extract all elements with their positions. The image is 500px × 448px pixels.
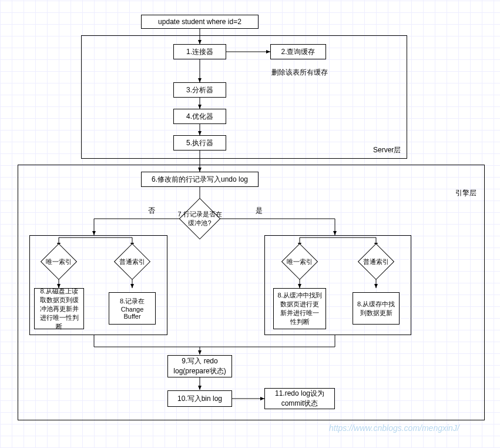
- redo-log-commit-box: 11.redo log设为commit状态: [264, 388, 335, 409]
- parser-box: 3.分析器: [173, 82, 226, 98]
- redo-log-prepare-text: 9.写入 redo log(prepare状态): [172, 356, 228, 376]
- binlog-text: 10.写入bin log: [177, 394, 222, 404]
- no-label: 否: [148, 206, 155, 216]
- optimizer-text: 4.优化器: [186, 112, 213, 122]
- optimizer-box: 4.优化器: [173, 109, 226, 124]
- start-box: update student where id=2: [141, 15, 259, 29]
- server-container: [81, 35, 407, 159]
- redo-log-prepare-box: 9.写入 redo log(prepare状态): [167, 355, 232, 377]
- executor-box: 5.执行器: [173, 135, 226, 151]
- left-unique-box: 8.从磁盘上读取数据页到缓冲池再更新并进行唯一性判断: [34, 288, 84, 329]
- connector-box: 1.连接器: [173, 44, 226, 59]
- cache-note: 删除该表所有缓存: [271, 68, 328, 78]
- connector-text: 1.连接器: [186, 47, 213, 57]
- yes-label: 是: [256, 206, 263, 216]
- left-normal-box: 8.记录在Change Buffer: [109, 292, 156, 325]
- redo-log-commit-text: 11.redo log设为commit状态: [269, 389, 331, 409]
- query-cache-text: 2.查询缓存: [281, 47, 315, 57]
- binlog-box: 10.写入bin log: [167, 390, 232, 407]
- undo-log-box: 6.修改前的行记录写入undo log: [141, 172, 259, 187]
- watermark-text: https://www.cnblogs.com/mengxinJ/: [329, 423, 459, 433]
- parser-text: 3.分析器: [186, 85, 213, 95]
- engine-label: 引擎层: [455, 188, 476, 198]
- start-text: update student where id=2: [158, 18, 241, 26]
- undo-log-text: 6.修改前的行记录写入undo log: [152, 175, 248, 185]
- right-normal-box: 8.从缓存中找到数据更新: [353, 292, 400, 325]
- executor-text: 5.执行器: [186, 138, 213, 148]
- right-unique-box-text: 8.从缓冲中找到数据页进行更新并进行唯一性判断: [277, 291, 322, 326]
- left-unique-box-text: 8.从磁盘上读取数据页到缓冲池再更新并进行唯一性判断: [38, 287, 80, 331]
- right-normal-box-text: 8.从缓存中找到数据更新: [357, 300, 395, 317]
- query-cache-box: 2.查询缓存: [270, 44, 326, 59]
- left-normal-box-text: 8.记录在Change Buffer: [113, 297, 152, 320]
- right-unique-box: 8.从缓冲中找到数据页进行更新并进行唯一性判断: [273, 288, 326, 329]
- server-label: Server层: [373, 145, 401, 155]
